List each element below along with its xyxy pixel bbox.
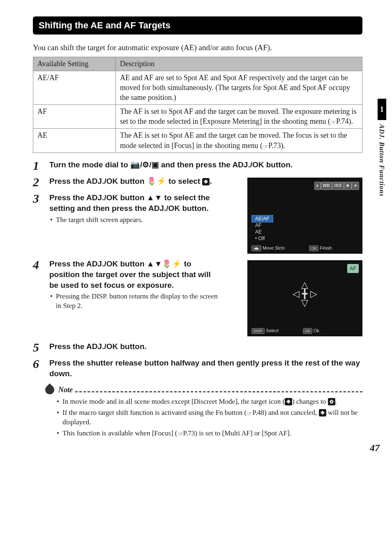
step: 4 Press the ADJ./OK button ▲▼🌷⚡ to posit…: [33, 259, 241, 311]
menu-item: AF: [252, 222, 273, 229]
lcd-screen-menu: ± WB ISO ✥ ✛ AE/AF AF AE • Off ◀▶Move Sl…: [247, 178, 362, 254]
text: .: [210, 177, 212, 185]
settings-table: Available Setting Description AE/AF AE a…: [33, 57, 362, 153]
note-item: This function is available when [Focus] …: [62, 429, 362, 439]
af-badge: AF: [347, 264, 359, 273]
note-list: In movie mode and in all scene modes exc…: [33, 397, 362, 439]
chapter-label: ADJ. Button Functions: [377, 124, 386, 197]
step-number: 5: [33, 341, 49, 354]
target-box-icon: ✥: [285, 398, 292, 405]
step-sub: Pressing the DISP. button returns the di…: [56, 292, 222, 311]
intro-text: You can shift the target for automatic e…: [33, 42, 362, 53]
divider: [75, 387, 362, 392]
key-icon: DISP.: [252, 329, 264, 333]
chapter-number: 1: [378, 99, 386, 120]
wb-icon: WB: [321, 182, 332, 190]
table-header: Description: [116, 57, 362, 71]
step-number: 2: [33, 176, 49, 188]
guide-label: Finish: [320, 245, 332, 250]
table-cell: AE and AF are set to Spot AE and Spot AF…: [116, 71, 362, 104]
text: .: [335, 398, 337, 405]
text: to select: [166, 177, 203, 185]
text: In movie mode and in all scene modes exc…: [62, 398, 285, 405]
step: 6 Press the shutter release button halfw…: [33, 358, 362, 379]
target-box-icon: ✥: [202, 178, 210, 185]
menu-list: AE/AF AF AE • Off: [252, 215, 273, 242]
table-cell: AE/AF: [33, 71, 116, 104]
text: The AF is set to Spot AF and the target …: [120, 107, 357, 125]
text: P.48) and not canceled,: [252, 409, 318, 416]
page-number: 47: [370, 441, 380, 454]
reference-icon: ☞: [263, 142, 268, 151]
step-headline: Turn the mode dial to 📷/⚙/▣ and then pre…: [49, 160, 362, 170]
step-headline: Press the shutter release button halfway…: [49, 358, 362, 379]
text: and then press the ADJ./OK button.: [159, 160, 293, 169]
guide-label: Move Slctn: [263, 245, 285, 250]
text: P.73) is set to [Multi AF] or [Spot AF].: [183, 429, 292, 437]
guide-label: Select: [266, 328, 279, 333]
menu-item: AE: [252, 229, 273, 235]
target-box-icon: ✥: [319, 409, 326, 416]
note-icon: [43, 383, 56, 396]
table-cell: The AF is set to Spot AF and the target …: [116, 104, 362, 129]
flower-target-icon: ✿: [328, 398, 335, 405]
menu-item-selected: AE/AF: [252, 215, 273, 222]
iso-icon: ISO: [332, 182, 344, 190]
reference-icon: ☞: [247, 409, 252, 418]
note-item: If the macro target shift function is ac…: [62, 408, 362, 428]
macro-flash-icon: 🌷⚡: [147, 177, 166, 185]
mode-dial-icon: 📷/⚙/▣: [130, 160, 159, 169]
side-tab: 1 ADJ. Button Functions: [377, 99, 386, 197]
table-row: AE/AF AE and AF are set to Spot AE and S…: [33, 71, 362, 104]
text: Press the ADJ./OK button: [49, 177, 147, 185]
note-header: Note: [45, 385, 362, 395]
menu-item: • Off: [252, 235, 273, 242]
text: Press the ADJ./OK button: [49, 193, 147, 202]
text: Press the ADJ./OK button: [49, 259, 147, 268]
table-row: AF The AF is set to Spot AF and the targ…: [33, 104, 362, 129]
reference-icon: ☞: [330, 118, 336, 127]
step-number: 6: [33, 358, 49, 370]
cross-icon: ✛: [352, 182, 359, 190]
step-headline: Press the ADJ./OK button ▲▼ to select th…: [49, 192, 222, 213]
text: If the macro target shift function is ac…: [62, 409, 247, 416]
up-down-icon: ▲▼: [147, 193, 162, 202]
note-title: Note: [58, 385, 73, 395]
guide-bar: DISP.Select OKOk: [248, 328, 362, 334]
table-cell: AE: [33, 129, 116, 153]
status-badges: ± WB ISO ✥ ✛: [315, 182, 359, 190]
step-headline: Press the ADJ./OK button 🌷⚡ to select ✥.: [49, 176, 222, 187]
step-number: 4: [33, 259, 49, 271]
step: 1 Turn the mode dial to 📷/⚙/▣ and then p…: [33, 160, 362, 172]
target-cross-icon: △◁ ╋ ▷▽: [293, 280, 317, 308]
text: ) changes to: [292, 398, 327, 405]
text: Turn the mode dial to: [49, 160, 130, 169]
table-header: Available Setting: [33, 57, 116, 71]
key-icon: OK: [309, 246, 318, 251]
section-header: Shifting the AE and AF Targets: [33, 16, 362, 35]
text: The AE is set to Spot AE and the target …: [120, 131, 347, 149]
text: P.74).: [336, 117, 353, 125]
guide-label: Ok: [314, 328, 319, 333]
step-number: 3: [33, 192, 49, 205]
guide-bar: ◀▶Move Slctn OKFinish: [248, 245, 362, 251]
dpad-icon: ▲▼🌷⚡: [147, 259, 182, 268]
note-item: In movie mode and in all scene modes exc…: [62, 397, 362, 407]
step-headline: Press the ADJ./OK button.: [49, 341, 362, 352]
table-row: AE The AE is set to Spot AE and the targ…: [33, 129, 362, 153]
text: This function is available when [Focus] …: [62, 429, 178, 437]
step: 5 Press the ADJ./OK button.: [33, 341, 362, 354]
step: 2 Press the ADJ./OK button 🌷⚡ to select …: [33, 176, 241, 188]
exposure-comp-icon: ±: [315, 182, 321, 190]
step: 3 Press the ADJ./OK button ▲▼ to select …: [33, 192, 241, 224]
lcd-screen-target: AF △◁ ╋ ▷▽ DISP.Select OKOk: [247, 260, 362, 336]
text: P.73).: [268, 141, 285, 150]
step-headline: Press the ADJ./OK button ▲▼🌷⚡ to positio…: [49, 259, 222, 290]
target-icon: ✥: [344, 182, 351, 190]
step-sub: The target shift screen appears.: [56, 215, 222, 225]
step-number: 1: [33, 160, 49, 172]
reference-icon: ☞: [178, 430, 183, 439]
table-cell: AF: [33, 104, 116, 129]
key-icon: OK: [303, 329, 312, 333]
table-cell: The AE is set to Spot AE and the target …: [116, 129, 362, 153]
